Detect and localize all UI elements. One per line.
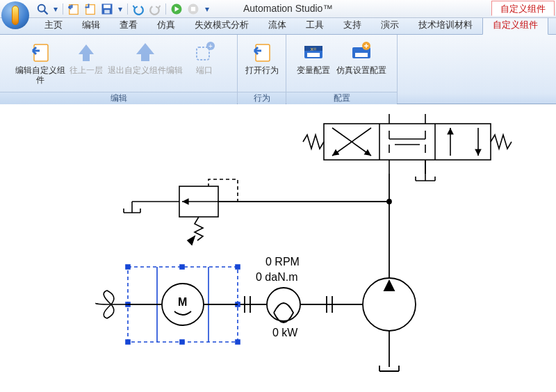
motor-symbol-label: M	[178, 296, 187, 309]
edit-custom-component-button[interactable]: 编辑自定义组件	[15, 38, 65, 89]
tab-tools[interactable]: 工具	[296, 16, 334, 34]
undo-icon[interactable]	[131, 2, 146, 16]
button-label: 打开行为	[245, 65, 279, 75]
tab-fluid[interactable]: 流体	[259, 16, 296, 34]
save-icon[interactable]	[99, 2, 115, 16]
sim-drawer-icon	[350, 40, 373, 64]
tab-failure-mode[interactable]: 失效模式分析	[185, 16, 259, 34]
app-logo-icon	[12, 6, 19, 25]
separator	[127, 3, 128, 15]
svg-line-1	[44, 10, 48, 14]
arrow-up-big-icon	[133, 40, 157, 64]
ribbon-group-behavior: 打开行为 行为	[238, 35, 286, 104]
power-readout: 0 kW	[272, 327, 297, 339]
port-button[interactable]: + 端口	[186, 38, 222, 89]
menu-tabs: 主页 编辑 查看 仿真 失效模式分析 流体 工具 支持 演示 技术培训材料 自定…	[0, 18, 556, 35]
button-label: 退出自定义组件编辑	[108, 65, 183, 75]
ribbon-group-edit: 编辑自定义组件 往上一层 退出自定义组件编辑 + 端口 编辑	[0, 35, 238, 104]
ribbon: 编辑自定义组件 往上一层 退出自定义组件编辑 + 端口 编辑	[0, 35, 556, 104]
svg-rect-64	[180, 340, 184, 344]
svg-point-54	[267, 288, 300, 321]
svg-rect-9	[191, 6, 195, 10]
port-icon: +	[193, 40, 216, 64]
quick-access-toolbar: ▾ ▾ ▾	[35, 0, 212, 17]
tab-simulation[interactable]: 仿真	[147, 16, 185, 34]
app-logo[interactable]	[1, 1, 29, 29]
doc-back-icon	[28, 40, 52, 64]
tab-demo[interactable]: 演示	[371, 16, 409, 34]
svg-rect-5	[104, 4, 111, 8]
import1-icon[interactable]	[66, 2, 81, 16]
button-label: 编辑自定义组件	[15, 65, 65, 85]
schematic-canvas[interactable]: M 0 RPM 0 daN.m 0 kW	[0, 104, 556, 392]
svg-rect-59	[126, 265, 130, 269]
exit-edit-button[interactable]: 退出自定义组件编辑	[107, 38, 183, 89]
magnify-icon[interactable]	[35, 2, 50, 16]
svg-rect-11	[197, 47, 209, 60]
speed-readout: 0 RPM	[265, 256, 300, 268]
torque-readout: 0 daN.m	[256, 271, 297, 284]
svg-text:x=: x=	[310, 46, 316, 52]
svg-rect-6	[104, 10, 110, 13]
dropdown-icon[interactable]: ▾	[51, 2, 60, 16]
play-icon[interactable]	[169, 2, 184, 16]
ribbon-group-label: 行为	[238, 92, 286, 104]
ribbon-group-label: 编辑	[0, 92, 237, 104]
svg-rect-20	[355, 53, 368, 57]
title-bar: ▾ ▾ ▾ Automation Studio™ 自定义组件	[0, 0, 556, 18]
doc-back-icon	[250, 40, 274, 64]
arrow-up-icon	[74, 40, 98, 64]
ribbon-group-label: 配置	[286, 92, 397, 104]
svg-text:+: +	[208, 42, 213, 50]
sim-settings-config-button[interactable]: 仿真设置配置	[334, 38, 389, 89]
tab-custom-component[interactable]: 自定义组件	[482, 15, 548, 35]
var-drawer-icon: x=	[302, 40, 325, 64]
svg-rect-61	[126, 340, 130, 344]
tab-training[interactable]: 技术培训材料	[409, 16, 482, 34]
more-icon[interactable]: ▾	[202, 2, 212, 16]
svg-rect-3	[86, 4, 95, 14]
svg-rect-60	[236, 265, 240, 269]
variable-config-button[interactable]: x= 变量配置	[295, 38, 332, 89]
svg-rect-22	[324, 124, 491, 160]
svg-rect-62	[236, 340, 240, 344]
open-behavior-button[interactable]: 打开行为	[244, 38, 280, 89]
svg-rect-63	[180, 265, 184, 269]
separator	[165, 3, 166, 15]
up-one-level-button[interactable]: 往上一层	[68, 38, 104, 89]
dropdown-icon[interactable]: ▾	[116, 2, 124, 16]
redo-icon[interactable]	[147, 2, 163, 16]
button-label: 变量配置	[297, 65, 330, 75]
hydraulic-schematic	[0, 104, 556, 392]
svg-point-0	[38, 4, 45, 11]
tab-view[interactable]: 查看	[110, 16, 147, 34]
tab-edit[interactable]: 编辑	[72, 16, 110, 34]
ribbon-group-config: x= 变量配置 仿真设置配置 配置	[286, 35, 398, 104]
button-label: 仿真设置配置	[336, 65, 386, 75]
stop-icon[interactable]	[186, 2, 201, 16]
button-label: 端口	[196, 65, 213, 75]
separator	[63, 3, 63, 15]
import2-icon[interactable]	[83, 2, 98, 16]
context-tab-label: 自定义组件	[491, 1, 555, 16]
tab-home[interactable]: 主页	[35, 16, 72, 34]
button-label: 往上一层	[70, 65, 103, 75]
svg-rect-17	[307, 53, 320, 57]
tab-support[interactable]: 支持	[334, 16, 371, 34]
app-title: Automation Studio™	[243, 3, 332, 14]
